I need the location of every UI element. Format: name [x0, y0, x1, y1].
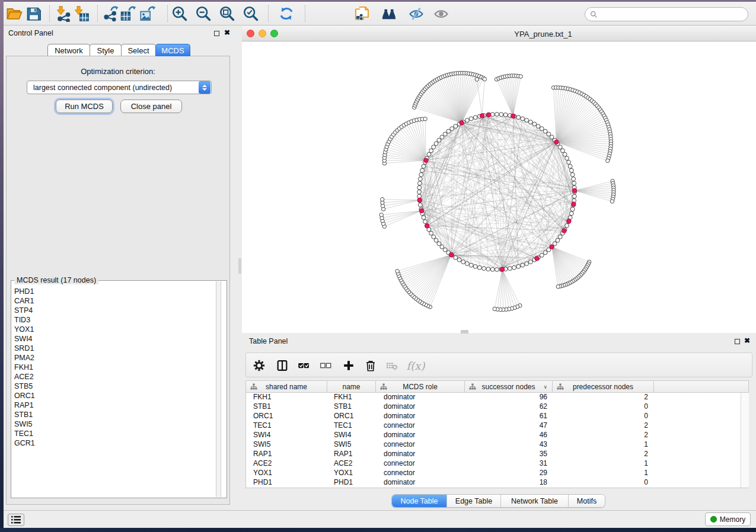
mcds-result-item[interactable]: CAR1: [14, 296, 210, 306]
network-node[interactable]: [521, 263, 525, 267]
network-canvas[interactable]: [242, 41, 756, 333]
column-header-successor-nodes[interactable]: successor nodes∨: [465, 381, 553, 392]
network-node[interactable]: [565, 223, 569, 227]
hub-node[interactable]: [487, 113, 491, 117]
network-node[interactable]: [516, 264, 521, 268]
network-node[interactable]: [440, 135, 444, 139]
satellite-node[interactable]: [483, 77, 486, 81]
column-header-name[interactable]: name: [327, 381, 376, 392]
network-node[interactable]: [512, 265, 516, 270]
network-node[interactable]: [572, 194, 576, 198]
network-node[interactable]: [532, 122, 537, 126]
zoom-fit-icon[interactable]: [219, 5, 235, 22]
network-node[interactable]: [422, 216, 426, 220]
hub-node[interactable]: [550, 245, 554, 249]
network-node[interactable]: [550, 135, 554, 139]
search-network-icon[interactable]: [381, 5, 397, 22]
hub-node[interactable]: [535, 257, 539, 261]
optimization-criterion-select[interactable]: largest connected component (undirected): [27, 81, 212, 94]
mcds-result-item[interactable]: PHD1: [14, 287, 210, 296]
hub-node[interactable]: [562, 229, 566, 233]
table-header[interactable]: shared namenameMCDS rolesuccessor nodes∨…: [246, 381, 748, 393]
mcds-result-item[interactable]: TEC1: [14, 429, 210, 438]
hub-node[interactable]: [554, 140, 559, 144]
table-row[interactable]: SWI4SWI4dominator462: [246, 431, 748, 440]
network-node[interactable]: [525, 118, 529, 123]
hub-node[interactable]: [572, 188, 576, 193]
network-node[interactable]: [570, 172, 575, 177]
memory-button[interactable]: Memory: [705, 512, 751, 526]
network-node[interactable]: [446, 129, 451, 133]
mcds-result-item[interactable]: GCR1: [14, 438, 210, 448]
network-node[interactable]: [423, 220, 428, 224]
column-header-predecessor-nodes[interactable]: predecessor nodes: [553, 381, 654, 392]
mcds-result-item[interactable]: STB5: [14, 382, 210, 391]
table-row[interactable]: ACE2ACE2connector311: [246, 459, 748, 469]
hide-selected-icon[interactable]: [408, 5, 425, 22]
network-node[interactable]: [572, 177, 576, 181]
tab-motifs[interactable]: Motifs: [569, 495, 605, 507]
hub-node[interactable]: [425, 224, 429, 228]
satellite-node[interactable]: [395, 270, 399, 273]
tab-network-table[interactable]: Network Table: [501, 495, 569, 507]
network-node[interactable]: [528, 260, 532, 264]
mcds-result-item[interactable]: ACE2: [14, 372, 210, 382]
table-row[interactable]: SWI5SWI5connector431: [246, 440, 748, 450]
minimize-window-button[interactable]: [259, 30, 266, 37]
network-node[interactable]: [561, 149, 565, 153]
table-row[interactable]: YOX1YOX1connector291: [246, 469, 748, 478]
tab-network[interactable]: Network: [47, 44, 90, 56]
vertical-splitter-handle[interactable]: [238, 258, 241, 274]
network-node[interactable]: [569, 168, 573, 172]
network-node[interactable]: [434, 238, 438, 242]
network-node[interactable]: [536, 124, 540, 129]
network-node[interactable]: [495, 113, 499, 117]
open-folder-icon[interactable]: [6, 5, 23, 22]
network-node[interactable]: [420, 168, 425, 172]
network-node[interactable]: [563, 152, 567, 156]
hub-node[interactable]: [449, 252, 453, 257]
network-node[interactable]: [540, 253, 544, 257]
import-table-icon[interactable]: [73, 5, 90, 22]
network-node[interactable]: [570, 207, 575, 211]
show-all-icon[interactable]: [433, 5, 449, 22]
network-node[interactable]: [569, 211, 573, 216]
zoom-in-icon[interactable]: [171, 5, 188, 22]
hub-node[interactable]: [460, 121, 464, 125]
satellite-node[interactable]: [610, 200, 614, 203]
hub-node[interactable]: [419, 209, 423, 213]
network-node[interactable]: [495, 268, 499, 272]
table-row[interactable]: PHD1PHD1dominator180: [246, 478, 748, 488]
float-table-panel-icon[interactable]: [735, 339, 740, 344]
mcds-result-item[interactable]: STB1: [14, 410, 210, 419]
network-node[interactable]: [572, 181, 576, 185]
mcds-result-item[interactable]: STP4: [14, 306, 210, 315]
network-node[interactable]: [469, 263, 473, 267]
network-node[interactable]: [469, 117, 473, 121]
export-table-icon[interactable]: [120, 5, 136, 22]
zoom-selected-icon[interactable]: [243, 5, 259, 22]
deselect-all-icon[interactable]: [318, 358, 333, 373]
tab-node-table[interactable]: Node Table: [392, 495, 447, 507]
mcds-result-item[interactable]: ORC1: [14, 391, 210, 400]
network-node[interactable]: [432, 235, 436, 239]
network-node[interactable]: [516, 116, 521, 120]
table-row[interactable]: FKH1FKH1dominator962: [246, 393, 748, 402]
column-header-shared-name[interactable]: shared name: [246, 381, 327, 392]
hub-node[interactable]: [500, 267, 504, 271]
hub-node[interactable]: [567, 219, 571, 223]
network-node[interactable]: [454, 256, 458, 260]
satellite-node[interactable]: [606, 159, 610, 162]
satellite-node[interactable]: [519, 75, 522, 78]
gear-icon[interactable]: [251, 358, 267, 373]
network-node[interactable]: [528, 120, 532, 124]
network-node[interactable]: [499, 113, 503, 117]
maximize-window-button[interactable]: [270, 30, 278, 37]
network-node[interactable]: [419, 172, 423, 177]
table-row[interactable]: STB1STB1dominator620: [246, 402, 748, 412]
tab-mcds[interactable]: MCDS: [155, 44, 190, 56]
clone-network-icon[interactable]: [354, 5, 371, 22]
satellite-node[interactable]: [475, 78, 479, 81]
network-node[interactable]: [443, 132, 447, 136]
network-node[interactable]: [429, 231, 433, 235]
